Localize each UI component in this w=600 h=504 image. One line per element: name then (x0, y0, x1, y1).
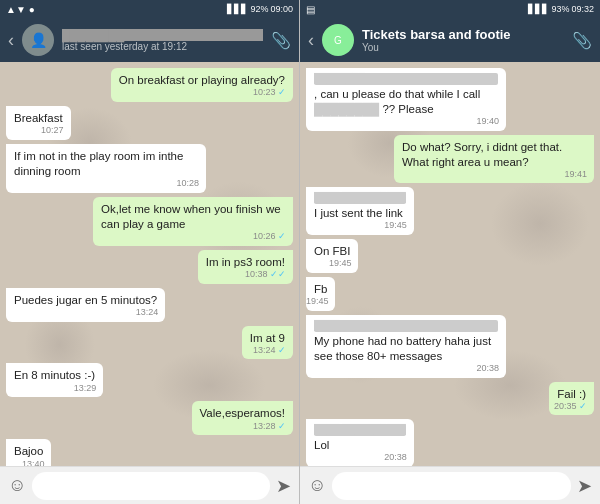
left-status-icons: ▲▼ ● (6, 4, 35, 15)
table-row: ████ ██████████ I just sent the link 19:… (306, 187, 594, 235)
table-row: En 8 minutos :-) 13:29 (6, 363, 293, 397)
message-time: 19:45 (384, 220, 407, 232)
table-row: Fail :) 20:35 ✓ (306, 382, 594, 416)
right-chat-footer: ☺ ➤ (300, 466, 600, 504)
message-text: Vale,esperamos! (200, 407, 285, 419)
message-time: 20:38 (384, 452, 407, 464)
message-text: Puedes jugar en 5 minutos? (14, 294, 157, 306)
message-text: On breakfast or playing already? (119, 74, 285, 86)
table-row: Breakfast 10:27 (6, 106, 293, 140)
right-clip-icon[interactable]: 📎 (572, 31, 592, 50)
message-bubble: Do what? Sorry, i didnt get that. What r… (394, 135, 594, 184)
message-time: 20:38 (476, 363, 499, 375)
message-bubble: Vale,esperamos! 13:28 ✓ (192, 401, 293, 435)
left-chat-header[interactable]: ‹ 👤 ████████ last seen yesterday at 19:1… (0, 18, 299, 62)
message-text: My phone had no battery haha just see th… (314, 335, 491, 362)
right-message-input[interactable] (332, 472, 571, 500)
table-row: ████ My phone had no battery haha just s… (306, 315, 594, 378)
left-contact-name: ████████ (62, 29, 263, 41)
message-time: 13:29 (74, 383, 97, 395)
message-text: Do what? Sorry, i didnt get that. What r… (402, 141, 562, 168)
message-bubble: On breakfast or playing already? 10:23 ✓ (111, 68, 293, 102)
message-time: 13:24 ✓ (253, 345, 286, 357)
table-row: Do what? Sorry, i didnt get that. What r… (306, 135, 594, 184)
table-row: If im not in the play room im inthe dinn… (6, 144, 293, 193)
message-bubble: ████ My phone had no battery haha just s… (306, 315, 506, 378)
message-bubble: ████████ , can u please do that while I … (306, 68, 506, 131)
sender-name-tag: ████████ (314, 73, 498, 85)
message-text: On FBI (314, 245, 350, 257)
message-time: 19:40 (476, 116, 499, 128)
signal-icon: ▲▼ (6, 4, 26, 15)
table-row: Bajoo 13:40 (6, 439, 293, 466)
message-time: 10:27 (41, 125, 64, 137)
sender-name-tag: ████ ██████████ (314, 192, 406, 204)
table-row: Im in ps3 room! 10:38 ✓✓ (6, 250, 293, 284)
message-bubble: Puedes jugar en 5 minutos? 13:24 (6, 288, 165, 322)
right-chat-header[interactable]: ‹ G Tickets barsa and footie You 📎 (300, 18, 600, 62)
message-bubble: Bajoo 13:40 (6, 439, 51, 466)
message-time: 10:26 ✓ (253, 231, 286, 243)
message-bubble: Im in ps3 room! 10:38 ✓✓ (198, 250, 293, 284)
table-row: ████████ , can u please do that while I … (306, 68, 594, 131)
right-status-icons: ▋▋▋ 92% 09:00 (227, 4, 293, 14)
signal-bars: ▋▋▋ (227, 4, 248, 14)
message-bubble: En 8 minutos :-) 13:29 (6, 363, 103, 397)
left-chat-body: On breakfast or playing already? 10:23 ✓… (0, 62, 299, 466)
emoji-icon-right[interactable]: ☺ (308, 475, 326, 496)
right-status-icons-left: ▤ (306, 4, 315, 15)
table-row: On breakfast or playing already? 10:23 ✓ (6, 68, 293, 102)
table-row: Ok,let me know when you finish we can pl… (6, 197, 293, 246)
message-text: I just sent the link (314, 207, 403, 219)
right-chat-body: ████████ , can u please do that while I … (300, 62, 600, 466)
right-header-info: Tickets barsa and footie You (362, 27, 564, 53)
back-icon-right[interactable]: ‹ (308, 30, 314, 51)
left-status-bar: ▲▼ ● ▋▋▋ 92% 09:00 (0, 0, 299, 18)
message-time: 13:40 (22, 459, 45, 466)
left-message-input[interactable] (32, 472, 270, 500)
table-row: Vale,esperamos! 13:28 ✓ (6, 401, 293, 435)
table-row: Fb 19:45 (306, 277, 594, 311)
message-bubble: ████ ██████████ Lol 20:38 (306, 419, 414, 466)
message-text: Ok,let me know when you finish we can pl… (101, 203, 281, 230)
message-time: 10:28 (176, 178, 199, 190)
message-bubble: Im at 9 13:24 ✓ (242, 326, 293, 360)
message-time: 19:41 (564, 169, 587, 181)
left-chat-panel: ▲▼ ● ▋▋▋ 92% 09:00 ‹ 👤 ████████ last see… (0, 0, 300, 504)
right-status-bar: ▤ ▋▋▋ 93% 09:32 (300, 0, 600, 18)
message-text: Breakfast (14, 112, 63, 124)
message-bubble: If im not in the play room im inthe dinn… (6, 144, 206, 193)
sender-name-tag: ████ ██████████ (314, 424, 406, 436)
send-icon-left[interactable]: ➤ (276, 475, 291, 497)
message-time: 10:38 ✓✓ (245, 269, 286, 281)
message-bubble: Ok,let me know when you finish we can pl… (93, 197, 293, 246)
message-time: 19:45 (329, 258, 352, 270)
message-time: 10:23 ✓ (253, 87, 286, 99)
send-icon-right[interactable]: ➤ (577, 475, 592, 497)
time-right: 09:32 (571, 4, 594, 14)
table-row: Im at 9 13:24 ✓ (6, 326, 293, 360)
message-time: 13:28 ✓ (253, 421, 286, 433)
message-text: Fb (314, 283, 327, 295)
message-text: Im in ps3 room! (206, 256, 285, 268)
right-chat-panel: ▤ ▋▋▋ 93% 09:32 ‹ G Tickets barsa and fo… (300, 0, 600, 504)
left-clip-icon[interactable]: 📎 (271, 31, 291, 50)
left-chat-footer: ☺ ➤ (0, 466, 299, 504)
message-text: Fail :) (557, 388, 586, 400)
message-bubble: Fb 19:45 (306, 277, 335, 311)
back-icon[interactable]: ‹ (8, 30, 14, 51)
camera-icon: ▤ (306, 4, 315, 15)
time-left: 09:00 (270, 4, 293, 14)
message-bubble: Fail :) 20:35 ✓ (549, 382, 594, 416)
message-bubble: ████ ██████████ I just sent the link 19:… (306, 187, 414, 235)
table-row: On FBI 19:45 (306, 239, 594, 273)
battery-right: 93% (551, 4, 569, 14)
message-text: , can u please do that while I call ████… (314, 88, 480, 115)
left-contact-sub: last seen yesterday at 19:12 (62, 41, 263, 52)
battery-left: 92% (250, 4, 268, 14)
message-text: En 8 minutos :-) (14, 369, 95, 381)
signal-bars-right: ▋▋▋ (528, 4, 549, 14)
emoji-icon-left[interactable]: ☺ (8, 475, 26, 496)
message-time: 19:45 (306, 296, 329, 308)
left-avatar: 👤 (22, 24, 54, 56)
